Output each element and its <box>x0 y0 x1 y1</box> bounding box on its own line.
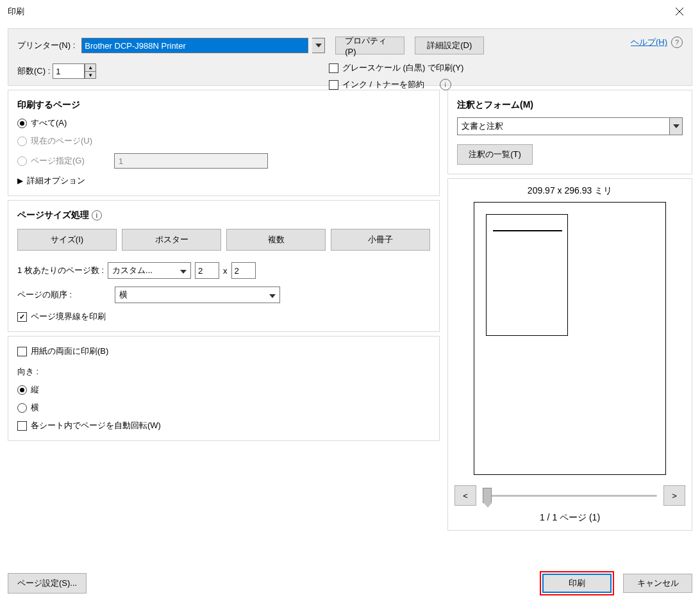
page-range-label: ページ指定(G) <box>31 155 85 167</box>
all-pages-radio[interactable] <box>17 119 27 128</box>
chevron-down-icon <box>315 44 322 47</box>
current-page-radio[interactable] <box>17 137 27 146</box>
copies-label: 部数(C) : <box>17 65 50 77</box>
grayscale-checkbox[interactable] <box>329 63 338 73</box>
printer-dropdown-arrow[interactable] <box>312 38 325 53</box>
duplex-checkbox[interactable] <box>17 347 27 356</box>
pps-width-input[interactable] <box>195 262 219 279</box>
pages-per-sheet-label: 1 枚あたりのページ数 : <box>17 265 104 276</box>
sizing-info-icon[interactable]: i <box>92 210 102 220</box>
print-borders-checkbox[interactable] <box>17 312 27 322</box>
print-button[interactable]: 印刷 <box>542 574 612 593</box>
pages-to-print-group: 印刷するページ すべて(A) 現在のページ(U) ページ指定(G) ▶ 詳細オプ… <box>8 90 440 196</box>
autorotate-label: 各シート内でページを自動回転(W) <box>31 420 161 431</box>
page-order-label: ページの順序 : <box>17 289 111 301</box>
properties-button[interactable]: プロパティ(P) <box>335 37 404 54</box>
preview-group: 209.97 x 296.93 ミリ < > 1 / 1 ページ (1) <box>447 178 692 531</box>
cancel-button[interactable]: キャンセル <box>623 574 692 593</box>
annotations-dropdown-arrow[interactable] <box>670 117 683 135</box>
tab-multiple[interactable]: 複数 <box>226 229 326 251</box>
more-options-toggle[interactable]: ▶ 詳細オプション <box>17 175 430 187</box>
window-title: 印刷 <box>8 6 24 17</box>
page-setup-button[interactable]: ページ設定(S)... <box>8 573 87 594</box>
tab-booklet[interactable]: 小冊子 <box>331 229 430 251</box>
annotations-title: 注釈とフォーム(M) <box>457 99 683 111</box>
chevron-down-icon <box>269 290 276 300</box>
slider-thumb[interactable] <box>483 488 492 503</box>
sizing-title: ページサイズ処理 i <box>17 210 430 221</box>
page-sizing-group: ページサイズ処理 i サイズ(I) ポスター 複数 小冊子 1 枚あたりのページ… <box>8 200 440 332</box>
next-page-button[interactable]: > <box>663 485 685 506</box>
save-ink-checkbox[interactable] <box>329 80 338 90</box>
tab-size[interactable]: サイズ(I) <box>17 229 117 251</box>
page-counter: 1 / 1 ページ (1) <box>540 512 600 524</box>
copies-down-button[interactable]: ▼ <box>85 71 96 79</box>
pages-title: 印刷するページ <box>17 99 430 111</box>
landscape-radio[interactable] <box>17 403 27 413</box>
triangle-right-icon: ▶ <box>17 176 23 185</box>
all-pages-label: すべて(A) <box>31 117 67 129</box>
printer-settings-section: プリンター(N) : Brother DCP-J988N Printer プロパ… <box>8 28 692 86</box>
close-icon <box>675 7 684 16</box>
page-preview <box>474 202 666 475</box>
print-button-highlight: 印刷 <box>540 571 614 595</box>
page-range-input[interactable] <box>114 153 268 169</box>
portrait-radio[interactable] <box>17 385 27 395</box>
page-range-radio[interactable] <box>17 156 27 166</box>
close-button[interactable] <box>667 2 692 21</box>
orientation-title: 向き : <box>17 366 430 378</box>
annotations-group: 注釈とフォーム(M) 文書と注釈 注釈の一覧(T) <box>447 90 692 174</box>
annotations-select[interactable]: 文書と注釈 <box>457 117 670 135</box>
page-order-select[interactable]: 横 <box>115 287 280 303</box>
chevron-down-icon <box>673 124 679 128</box>
preview-inner-page <box>486 214 568 336</box>
portrait-label: 縦 <box>31 384 39 395</box>
pages-per-sheet-select[interactable]: カスタム... <box>108 262 191 279</box>
tab-poster[interactable]: ポスター <box>122 229 221 251</box>
landscape-label: 横 <box>31 402 39 413</box>
advanced-settings-button[interactable]: 詳細設定(D) <box>415 37 484 54</box>
duplex-label: 用紙の両面に印刷(B) <box>31 345 108 357</box>
prev-page-button[interactable]: < <box>454 485 476 506</box>
pps-x-label: x <box>223 266 228 276</box>
help-link[interactable]: ヘルプ(H) <box>631 37 667 48</box>
orientation-group: 用紙の両面に印刷(B) 向き : 縦 横 各シート内でページを自動回転(W) <box>8 336 440 441</box>
save-ink-label: インク / トナーを節約 <box>342 79 424 90</box>
print-borders-label: ページ境界線を印刷 <box>31 311 106 322</box>
annotation-list-button[interactable]: 注釈の一覧(T) <box>457 144 533 165</box>
preview-text-line <box>493 230 562 231</box>
footer-bar: ページ設定(S)... 印刷 キャンセル <box>8 571 692 595</box>
zoom-slider[interactable] <box>483 485 657 506</box>
printer-select[interactable]: Brother DCP-J988N Printer <box>81 38 308 53</box>
copies-up-button[interactable]: ▲ <box>85 63 96 71</box>
chevron-down-icon <box>180 266 187 276</box>
help-info-icon[interactable]: ? <box>671 37 683 48</box>
autorotate-checkbox[interactable] <box>17 421 27 431</box>
preview-dimensions: 209.97 x 296.93 ミリ <box>528 185 612 197</box>
grayscale-label: グレースケール (白黒) で印刷(Y) <box>342 62 463 74</box>
copies-input[interactable] <box>53 63 85 79</box>
save-ink-info-icon[interactable]: i <box>440 79 451 90</box>
current-page-label: 現在のページ(U) <box>31 135 92 147</box>
printer-label: プリンター(N) : <box>17 40 75 51</box>
pps-height-input[interactable] <box>231 262 256 279</box>
titlebar: 印刷 <box>0 0 700 23</box>
